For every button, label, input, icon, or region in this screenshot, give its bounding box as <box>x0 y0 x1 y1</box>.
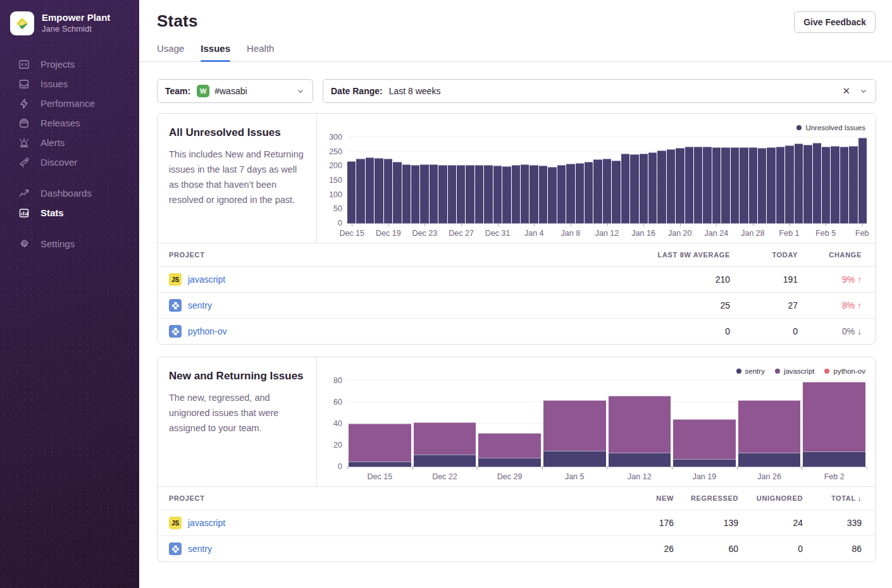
bar-segment-javascript <box>349 424 411 462</box>
panel-description: This includes New and Returning issues i… <box>169 147 304 207</box>
bar-segment-javascript <box>738 400 801 453</box>
chart-x-axis: Dec 15Dec 22Dec 29Jan 5Jan 12Jan 19Jan 2… <box>347 467 867 486</box>
y-axis-label: 0 <box>338 462 342 471</box>
bar-group <box>543 400 606 467</box>
change-cell: 0% ↓ <box>798 326 862 336</box>
y-axis-label: 80 <box>333 376 342 385</box>
bar <box>566 164 574 223</box>
bar <box>648 152 657 223</box>
y-axis-label: 150 <box>329 176 342 185</box>
tab-health[interactable]: Health <box>247 43 274 61</box>
sidebar-item-settings[interactable]: Settings <box>0 234 139 254</box>
bar <box>767 147 775 223</box>
sidebar-nav: ProjectsIssuesPerformanceReleasesAlertsD… <box>0 46 139 254</box>
table-header-row: PROJECTLAST 8W AVERAGETODAYCHANGE <box>158 243 876 266</box>
bar <box>740 147 748 223</box>
panel-title: All Unresolved Issues <box>169 126 304 139</box>
bar <box>694 147 702 223</box>
team-selector[interactable]: Team: W #wasabi <box>157 79 313 103</box>
legend-item-python-ov: python-ov <box>824 367 865 375</box>
panel-description: The new, regressed, and unignored issues… <box>169 390 304 436</box>
x-axis-tick <box>790 224 790 226</box>
bar <box>612 161 620 223</box>
bar <box>703 147 711 223</box>
x-axis-tick-label: Jan 19 <box>693 472 717 481</box>
tab-issues[interactable]: Issues <box>201 43 230 61</box>
project-link[interactable]: javascript <box>188 274 225 285</box>
sidebar-item-label: Releases <box>40 118 80 128</box>
change-cell: 9% ↑ <box>798 274 862 285</box>
bar-segment-javascript <box>803 382 865 452</box>
value-cell: 24 <box>738 518 803 528</box>
chevron-down-icon[interactable] <box>859 87 868 95</box>
new-returning-issues-chart[interactable]: 020406080 <box>347 381 867 467</box>
org-name: Empower Plant <box>42 12 110 24</box>
x-axis-tick-label: Jan 5 <box>565 472 585 481</box>
sidebar-item-dashboards[interactable]: Dashboards <box>0 183 139 203</box>
stacked-bar-series <box>347 381 867 467</box>
bar-segment-sentry <box>478 458 541 467</box>
org-switcher[interactable]: Empower Plant Jane Schmidt <box>0 0 139 46</box>
sidebar-item-discover[interactable]: Discover <box>0 152 139 172</box>
tab-usage[interactable]: Usage <box>157 43 184 61</box>
x-axis-tick <box>477 467 478 470</box>
clear-icon[interactable]: ✕ <box>842 85 850 97</box>
x-axis-tick <box>412 467 413 470</box>
bar <box>366 157 374 223</box>
main-content: Stats Give Feedback UsageIssuesHealth Te… <box>139 0 892 588</box>
sidebar-item-issues[interactable]: Issues <box>0 74 139 94</box>
sidebar-item-projects[interactable]: Projects <box>0 54 139 74</box>
sidebar-item-performance[interactable]: Performance <box>0 94 139 113</box>
bar <box>749 147 757 223</box>
alerts-icon <box>18 137 30 149</box>
user-name: Jane Schmidt <box>42 24 110 35</box>
javascript-platform-icon: JS <box>169 517 182 529</box>
x-axis-tick <box>643 224 644 226</box>
column-header-total[interactable]: TOTAL↓ <box>803 494 862 502</box>
bar <box>384 159 392 223</box>
x-axis-tick-label: Jan 26 <box>757 472 781 481</box>
table-header-row: PROJECTNEWREGRESSEDUNIGNOREDTOTAL↓ <box>158 487 876 510</box>
chevron-down-icon[interactable] <box>296 87 305 95</box>
sidebar-item-label: Dashboards <box>40 188 92 199</box>
sidebar-item-releases[interactable]: Releases <box>0 113 139 133</box>
bar <box>448 165 456 223</box>
project-link[interactable]: sentry <box>188 544 212 554</box>
tab-bar: UsageIssuesHealth <box>139 43 892 62</box>
x-axis-tick-label: Jan 12 <box>628 472 652 481</box>
x-axis-tick-label: Dec 31 <box>485 229 511 238</box>
bar <box>375 158 383 223</box>
bar <box>347 161 356 223</box>
x-axis-tick <box>347 467 348 470</box>
sidebar-item-stats[interactable]: Stats <box>0 203 139 223</box>
sidebar-item-label: Discover <box>40 157 77 168</box>
project-link[interactable]: python-ov <box>188 326 226 336</box>
sidebar-item-alerts[interactable]: Alerts <box>0 133 139 152</box>
project-link[interactable]: javascript <box>188 518 225 528</box>
unresolved-issues-chart[interactable]: 050100150200250300 <box>347 138 867 224</box>
bar <box>685 147 693 223</box>
bar <box>393 162 401 223</box>
legend-item-unresolved-issues: Unresolved Issues <box>796 124 865 132</box>
x-axis-tick-label: Dec 23 <box>412 229 438 238</box>
value-cell: 60 <box>674 544 738 554</box>
bar-segment-javascript <box>543 400 606 451</box>
value-cell: 27 <box>730 300 798 310</box>
x-axis-tick-label: Jan 24 <box>705 229 729 238</box>
discover-icon <box>18 156 30 169</box>
x-axis-tick <box>542 467 543 470</box>
give-feedback-button[interactable]: Give Feedback <box>794 11 876 33</box>
bar <box>548 167 556 223</box>
change-value: 9% ↑ <box>842 274 862 285</box>
date-range-selector[interactable]: Date Range: Last 8 weeks ✕ <box>323 79 876 103</box>
bar <box>411 165 419 223</box>
bar <box>712 147 721 223</box>
project-link[interactable]: sentry <box>188 300 212 310</box>
bar <box>484 165 492 223</box>
date-range-label: Date Range: <box>331 86 383 96</box>
x-axis-tick-label: Dec 27 <box>449 229 474 238</box>
column-header-project: PROJECT <box>158 251 629 259</box>
stats-icon <box>18 207 30 219</box>
x-axis-tick <box>826 224 826 226</box>
sidebar-item-label: Projects <box>40 59 75 70</box>
